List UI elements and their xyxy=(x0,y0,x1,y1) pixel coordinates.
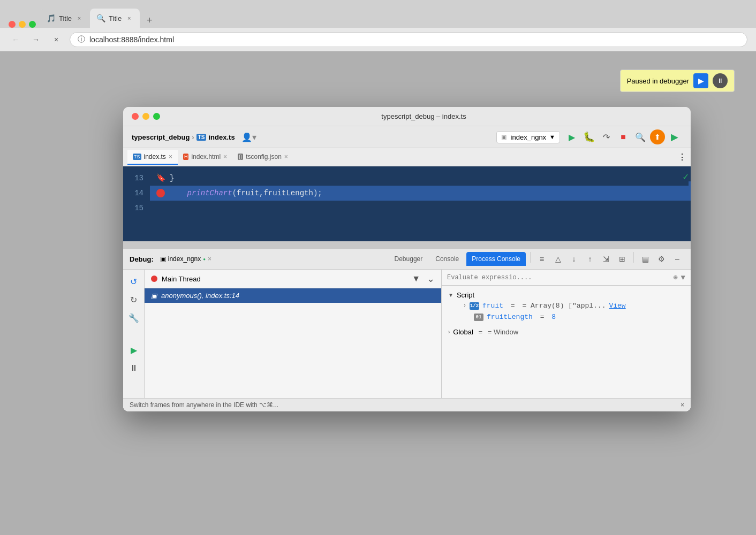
run-config-name: index_ngnx xyxy=(511,133,547,141)
debug-tab-debugger[interactable]: Debugger xyxy=(389,252,428,266)
eval-dropdown-icon[interactable]: ▼ xyxy=(681,273,685,282)
thread-name: Main Thread xyxy=(162,275,201,283)
line-num-13: 13 xyxy=(130,171,143,186)
url-bar[interactable]: ⓘ localhost:8888/index.html xyxy=(70,32,747,47)
breakpoint-icon xyxy=(156,189,165,197)
thread-dropdown-icon[interactable]: ⌄ xyxy=(427,273,435,285)
browser-tab-2[interactable]: 🔍 Title × xyxy=(90,9,140,28)
tab-close-2[interactable]: × xyxy=(125,14,133,22)
fruitlength-type-icon: 01 xyxy=(474,314,483,321)
debug-session-close[interactable]: × xyxy=(208,255,211,263)
back-button[interactable]: ← xyxy=(9,33,22,47)
traffic-light-minimize[interactable] xyxy=(19,21,26,28)
browser-tab-1[interactable]: 🎵 Title × xyxy=(40,9,90,28)
grid-view-btn[interactable]: ⊞ xyxy=(615,252,629,266)
debug-session-tab[interactable]: ▣ index_ngnx ● × xyxy=(160,255,211,263)
file-tab-close-1[interactable]: × xyxy=(223,153,227,160)
reload-debug-icon[interactable]: ↻ xyxy=(126,292,141,307)
next-button[interactable]: ▶ xyxy=(667,129,682,144)
avatar-icon: 👤▾ xyxy=(241,132,256,142)
html-file-icon: H xyxy=(183,154,189,160)
menu-icon-btn[interactable]: ≡ xyxy=(535,252,549,266)
ide-title: typescript_debug – index.ts xyxy=(165,112,682,120)
json-file-icon: {} xyxy=(238,154,243,160)
wrench-icon[interactable]: 🔧 xyxy=(126,310,141,325)
divider-2 xyxy=(633,252,634,263)
resume-button[interactable]: ▶ xyxy=(693,73,708,88)
file-tab-label-2: tsconfig.json xyxy=(246,153,282,160)
run-button[interactable]: ▶ xyxy=(564,129,579,144)
debug-actions: Debugger Console Process Console ≡ △ ↓ ↑… xyxy=(389,252,684,266)
breadcrumb-separator: › xyxy=(192,133,194,141)
stop-debugger-button[interactable]: ⏸ xyxy=(713,73,728,88)
thread-filter-icon[interactable]: ▼ xyxy=(412,274,420,284)
panel-layout-btn[interactable]: ▤ xyxy=(638,252,652,266)
tab-close-1[interactable]: × xyxy=(75,14,84,22)
reload-button[interactable]: × xyxy=(49,33,63,47)
fruit-type-icon: 1/2 xyxy=(470,302,479,310)
fruit-view-link[interactable]: View xyxy=(609,302,625,310)
run-config-icon: ▣ xyxy=(501,134,506,141)
restart-icon[interactable]: ↺ xyxy=(126,274,141,289)
debug-button[interactable]: 🐛 xyxy=(581,129,596,144)
new-tab-button[interactable]: + xyxy=(142,13,157,28)
search-button[interactable]: 🔍 xyxy=(633,129,648,144)
var-list: ▼ Script › 1/2 fruit = = Array(8) ["appl… xyxy=(442,286,691,398)
code-text-15 xyxy=(156,201,161,216)
breadcrumb: typescript_debug › TS index.ts xyxy=(132,133,235,141)
upload-button[interactable]: ⬆ xyxy=(650,129,665,144)
ide-close[interactable] xyxy=(132,113,139,120)
debug-header: Debug: ▣ index_ngnx ● × Debugger Console… xyxy=(123,249,691,270)
frame-item-0[interactable]: ▣ anonymous(), index.ts:14 xyxy=(145,288,441,303)
ide-window: typescript_debug – index.ts typescript_d… xyxy=(123,107,691,411)
fruit-expand-icon[interactable]: › xyxy=(463,303,466,309)
debugger-banner-text: Paused in debugger xyxy=(627,77,689,85)
debug-tab-console[interactable]: Console xyxy=(430,252,464,266)
file-tab-tsconfig[interactable]: {} tsconfig.json × xyxy=(232,150,293,165)
thread-header: Main Thread ▼ ⌄ xyxy=(145,270,441,288)
code-text-13: } xyxy=(170,171,174,186)
step-over-debug-btn[interactable]: ↑ xyxy=(583,252,597,266)
ts-file-icon: TS xyxy=(133,154,141,160)
toolbar-actions: ▶ 🐛 ↷ ■ 🔍 ⬆ ▶ xyxy=(564,129,682,144)
thread-panel: Main Thread ▼ ⌄ ▣ anonymous(), index.ts:… xyxy=(145,270,442,398)
step-over-button[interactable]: ↷ xyxy=(599,129,614,144)
ide-maximize[interactable] xyxy=(153,113,160,120)
var-group-global: › Global = = Window xyxy=(442,325,691,339)
step-into-btn[interactable]: ↓ xyxy=(567,252,581,266)
script-group-header[interactable]: ▼ Script xyxy=(448,290,684,300)
resume-debug-icon[interactable]: ▶ xyxy=(126,342,141,357)
breadcrumb-file: index.ts xyxy=(208,133,235,141)
var-item-fruit: › 1/2 fruit = = Array(8) ["appl... View xyxy=(448,300,684,311)
run-to-cursor-btn[interactable]: ⇲ xyxy=(599,252,613,266)
traffic-light-close[interactable] xyxy=(9,21,16,28)
hint-close-icon[interactable]: × xyxy=(681,401,684,409)
pause-icon[interactable]: ⏸ xyxy=(126,361,141,376)
file-tab-index-ts[interactable]: TS index.ts × xyxy=(127,150,178,165)
file-tab-close-0[interactable]: × xyxy=(169,153,172,160)
tab-label-1: Title xyxy=(59,14,72,22)
file-tabs-overflow[interactable]: ⋮ xyxy=(678,152,686,162)
file-tab-index-html[interactable]: H index.html × xyxy=(178,150,232,165)
line-num-14: 14 xyxy=(130,186,143,201)
tab-label-2: Title xyxy=(109,14,122,22)
collapse-btn[interactable]: – xyxy=(670,252,684,266)
checkmark-icon: ✓ xyxy=(683,171,689,182)
fruit-eq: = xyxy=(506,302,519,310)
run-config-selector[interactable]: ▣ index_ngnx ▼ xyxy=(496,131,560,143)
file-tab-close-2[interactable]: × xyxy=(284,153,288,160)
ide-minimize[interactable] xyxy=(142,113,149,120)
eval-input[interactable] xyxy=(447,274,670,281)
script-group-name: Script xyxy=(457,291,474,299)
global-group-header[interactable]: › Global = = Window xyxy=(448,327,684,337)
eval-add-icon[interactable]: ⊕ xyxy=(673,273,677,282)
info-icon: ⓘ xyxy=(78,35,85,44)
forward-button[interactable]: → xyxy=(29,33,43,47)
debug-tab-process-console[interactable]: Process Console xyxy=(466,252,526,266)
breadcrumb-project: typescript_debug xyxy=(132,133,190,141)
step-out-btn[interactable]: △ xyxy=(551,252,565,266)
stop-button[interactable]: ■ xyxy=(616,129,631,144)
frame-icon-0: ▣ xyxy=(151,292,157,300)
settings-btn[interactable]: ⚙ xyxy=(654,252,668,266)
traffic-light-fullscreen[interactable] xyxy=(29,21,36,28)
